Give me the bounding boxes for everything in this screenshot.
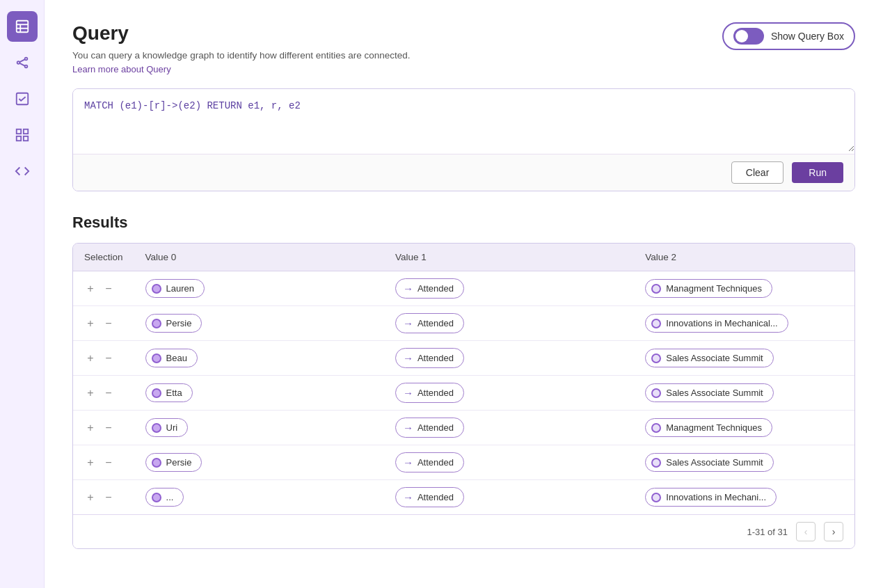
remove-row-icon[interactable]: − (102, 317, 115, 330)
relation-pill[interactable]: → Attended (395, 452, 464, 472)
selection-cell: + − (73, 480, 134, 515)
relation-arrow-icon: → (403, 352, 413, 364)
results-table: Selection Value 0 Value 1 Value 2 + − La… (73, 244, 854, 514)
add-row-icon[interactable]: + (84, 317, 97, 330)
sidebar-item-checklist[interactable] (7, 84, 38, 114)
entity-dot-icon (152, 423, 161, 433)
show-query-box-toggle-wrapper[interactable]: Show Query Box (722, 22, 855, 50)
add-row-icon[interactable]: + (84, 456, 97, 469)
value2-pill[interactable]: Managment Techniques (645, 279, 772, 298)
remove-row-icon[interactable]: − (102, 491, 115, 504)
add-row-icon[interactable]: + (84, 491, 97, 504)
value2-pill[interactable]: Sales Associate Summit (645, 383, 773, 402)
next-page-button[interactable]: › (824, 522, 843, 541)
clear-button[interactable]: Clear (731, 161, 783, 184)
value0-cell: ... (134, 480, 384, 515)
value2-pill[interactable]: Sales Associate Summit (645, 453, 773, 472)
entity-label: Persie (166, 457, 192, 468)
entity-label: Etta (166, 388, 182, 398)
value0-cell: Etta (134, 376, 384, 411)
pagination-info: 1-31 of 31 (747, 527, 788, 537)
query-textarea[interactable]: MATCH (e1)-[r]->(e2) RETURN e1, r, e2 (73, 89, 854, 152)
entity-label: ... (166, 492, 174, 502)
table-row: + − ... → Attended Innovations in Mechan… (73, 480, 854, 515)
entity-pill[interactable]: Beau (145, 349, 198, 367)
value2-cell: Sales Associate Summit (634, 376, 854, 411)
value1-cell: → Attended (384, 411, 634, 445)
relation-arrow-icon: → (403, 491, 413, 503)
value1-cell: → Attended (384, 376, 634, 411)
value2-label: Innovations in Mechanical... (666, 318, 777, 328)
learn-more-link[interactable]: Learn more about Query (72, 64, 171, 74)
show-query-box-toggle[interactable] (733, 28, 764, 45)
entity-pill[interactable]: ... (145, 488, 184, 507)
remove-row-icon[interactable]: − (102, 387, 115, 399)
svg-rect-0 (16, 21, 28, 33)
entity-pill[interactable]: Persie (145, 314, 202, 333)
table-row: + − Beau → Attended Sales Associate Summ… (73, 341, 854, 376)
prev-page-button[interactable]: ‹ (796, 522, 816, 541)
value1-cell: → Attended (384, 480, 634, 515)
add-row-icon[interactable]: + (84, 387, 97, 399)
sidebar-item-grid[interactable] (7, 120, 38, 150)
relation-pill[interactable]: → Attended (395, 487, 464, 507)
relation-label: Attended (417, 388, 454, 398)
run-button[interactable]: Run (792, 162, 843, 183)
remove-row-icon[interactable]: − (102, 456, 115, 469)
relation-label: Attended (417, 492, 454, 502)
relation-pill[interactable]: → Attended (395, 383, 464, 403)
entity-dot-icon (152, 493, 161, 502)
add-row-icon[interactable]: + (84, 283, 97, 295)
value2-pill[interactable]: Managment Techniques (645, 418, 772, 437)
add-row-icon[interactable]: + (84, 352, 97, 365)
svg-point-4 (17, 61, 19, 64)
svg-rect-13 (23, 136, 27, 141)
svg-line-8 (19, 63, 24, 66)
svg-rect-12 (16, 136, 20, 141)
value2-pill[interactable]: Innovations in Mechani... (645, 488, 777, 507)
table-row: + − Persie → Attended Innovations in Mec… (73, 306, 854, 341)
table-row: + − Etta → Attended Sales Associate Summ… (73, 376, 854, 411)
add-row-icon[interactable]: + (84, 422, 97, 434)
svg-line-7 (19, 59, 24, 62)
value2-dot-icon (651, 319, 661, 328)
entity-dot-icon (152, 458, 161, 468)
value2-pill[interactable]: Innovations in Mechanical... (645, 314, 788, 333)
results-section: Results Selection Value 0 Value 1 Value … (72, 214, 855, 549)
value0-cell: Persie (134, 445, 384, 480)
value2-cell: Managment Techniques (634, 411, 854, 445)
value1-cell: → Attended (384, 271, 634, 306)
value2-cell: Sales Associate Summit (634, 445, 854, 480)
sidebar-item-table[interactable] (7, 11, 38, 42)
remove-row-icon[interactable]: − (102, 283, 115, 295)
relation-pill[interactable]: → Attended (395, 348, 464, 368)
relation-pill[interactable]: → Attended (395, 278, 464, 299)
entity-dot-icon (152, 353, 161, 363)
value2-cell: Innovations in Mechanical... (634, 306, 854, 341)
relation-pill[interactable]: → Attended (395, 418, 464, 438)
entity-pill[interactable]: Lauren (145, 279, 205, 298)
col-header-value2: Value 2 (634, 244, 854, 271)
value1-cell: → Attended (384, 341, 634, 376)
relation-pill[interactable]: → Attended (395, 313, 464, 333)
value2-label: Managment Techniques (666, 422, 762, 433)
value2-pill[interactable]: Sales Associate Summit (645, 349, 773, 367)
sidebar-item-graph[interactable] (7, 47, 38, 78)
remove-row-icon[interactable]: − (102, 352, 115, 365)
value0-cell: Uri (134, 411, 384, 445)
selection-cell: + − (73, 341, 134, 376)
value2-label: Sales Associate Summit (666, 353, 763, 363)
remove-row-icon[interactable]: − (102, 422, 115, 434)
sidebar-item-code[interactable] (7, 156, 38, 186)
page-title: Query (72, 22, 411, 45)
entity-dot-icon (152, 284, 161, 294)
value1-cell: → Attended (384, 445, 634, 480)
value2-dot-icon (651, 493, 661, 502)
entity-dot-icon (152, 388, 161, 398)
entity-pill[interactable]: Uri (145, 418, 189, 437)
entity-pill[interactable]: Etta (145, 383, 193, 402)
value2-label: Sales Associate Summit (666, 457, 763, 468)
value2-cell: Innovations in Mechani... (634, 480, 854, 515)
entity-pill[interactable]: Persie (145, 453, 202, 472)
value2-dot-icon (651, 423, 661, 433)
